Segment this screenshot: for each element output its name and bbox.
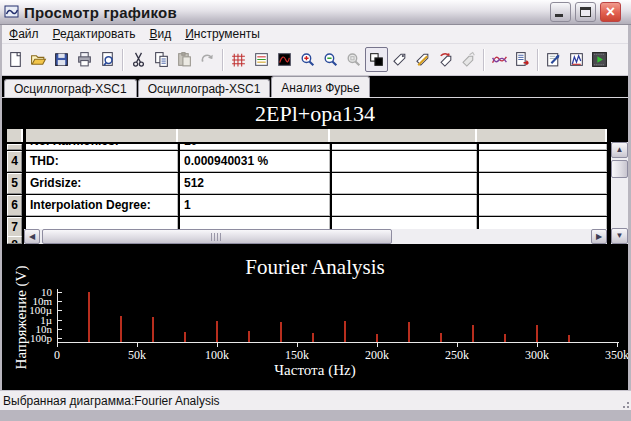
open-button[interactable] bbox=[27, 47, 50, 72]
paste-icon bbox=[176, 51, 193, 68]
column-header[interactable] bbox=[26, 129, 178, 142]
print-preview-button[interactable] bbox=[96, 47, 119, 72]
harmonic-bar bbox=[568, 335, 570, 342]
title-bar[interactable]: Просмотр графиков × bbox=[0, 0, 631, 25]
toggle-grid-button[interactable] bbox=[227, 47, 250, 72]
table-cell-value[interactable]: 0.000940031 % bbox=[180, 151, 330, 172]
undo-button[interactable] bbox=[196, 47, 219, 72]
menu-item[interactable]: Вид bbox=[142, 26, 178, 42]
v-scroll-thumb[interactable] bbox=[611, 160, 628, 178]
menu-item[interactable]: Инструменты bbox=[178, 26, 267, 42]
menu-item[interactable]: Файл bbox=[2, 26, 46, 42]
table-cell-property[interactable]: THD: bbox=[26, 151, 178, 172]
row-number[interactable]: 4 bbox=[7, 151, 22, 172]
x-tick-label: 350k bbox=[597, 349, 628, 361]
table-cell-empty[interactable] bbox=[479, 173, 607, 194]
row-number[interactable]: 7 bbox=[7, 217, 22, 238]
minimize-button[interactable] bbox=[550, 2, 571, 22]
row-number[interactable]: 8 bbox=[7, 236, 22, 244]
table-cell-empty[interactable] bbox=[479, 144, 607, 150]
open-folder-icon bbox=[30, 51, 47, 68]
app-icon bbox=[4, 4, 20, 20]
tab-1[interactable]: Осциллограф-XSC1 bbox=[138, 79, 271, 97]
copy-button[interactable] bbox=[150, 47, 173, 72]
table-cell-empty[interactable] bbox=[332, 173, 477, 194]
menu-bar: ФайлРедактироватьВидИнструменты bbox=[2, 25, 628, 44]
overlay-traces-button[interactable] bbox=[488, 47, 511, 72]
export-graph-button[interactable] bbox=[565, 47, 588, 72]
row-number[interactable]: 6 bbox=[7, 195, 22, 216]
save-button[interactable] bbox=[50, 47, 73, 72]
toggle-legend-button[interactable] bbox=[250, 47, 273, 72]
tab-2[interactable]: Анализ Фурье bbox=[271, 76, 369, 97]
toolbar bbox=[2, 44, 628, 76]
fourier-chart: Fourier Analysis Напряжение (V) Частота … bbox=[2, 247, 628, 389]
graph-properties-button[interactable] bbox=[273, 47, 296, 72]
zoom-in-button[interactable] bbox=[296, 47, 319, 72]
table-cell-empty[interactable] bbox=[332, 151, 477, 172]
menu-item[interactable]: Редактировать bbox=[46, 26, 143, 42]
zoom-out-icon bbox=[322, 51, 339, 68]
x-tick bbox=[537, 342, 538, 347]
new-button[interactable] bbox=[4, 47, 27, 72]
table-cell-property[interactable]: Interpolation Degree: bbox=[26, 195, 178, 216]
h-scroll-left-button[interactable]: ◀ bbox=[24, 229, 40, 244]
maximize-button[interactable] bbox=[575, 2, 596, 22]
v-scroll-down-button[interactable]: ▼ bbox=[611, 228, 628, 244]
move-cursor-button[interactable] bbox=[434, 47, 457, 72]
table-cell-empty[interactable] bbox=[479, 195, 607, 216]
y-tick bbox=[57, 338, 62, 339]
v-scroll-up-button[interactable]: ▲ bbox=[611, 142, 628, 158]
close-button[interactable]: × bbox=[600, 2, 621, 22]
edit-cursor-button[interactable] bbox=[411, 47, 434, 72]
x-tick-label: 100k bbox=[197, 349, 237, 361]
table-cell-value[interactable]: 512 bbox=[180, 173, 330, 194]
paste-button[interactable] bbox=[173, 47, 196, 72]
row-number[interactable]: 3 bbox=[7, 144, 22, 150]
print-button[interactable] bbox=[73, 47, 96, 72]
x-tick-label: 50k bbox=[117, 349, 157, 361]
y-tick bbox=[57, 301, 62, 302]
table-cell-empty[interactable] bbox=[332, 144, 477, 150]
harmonic-bar bbox=[88, 292, 90, 342]
cut-button[interactable] bbox=[127, 47, 150, 72]
x-tick-label: 0 bbox=[37, 349, 77, 361]
x-tick bbox=[57, 342, 58, 347]
chart-title: Fourier Analysis bbox=[2, 255, 628, 280]
harmonic-bar bbox=[280, 322, 282, 342]
show-cursors-button[interactable] bbox=[388, 47, 411, 72]
table-cell-empty[interactable] bbox=[332, 195, 477, 216]
new-page-icon bbox=[7, 51, 24, 68]
column-header[interactable] bbox=[178, 129, 330, 142]
toolbar-separator bbox=[222, 49, 224, 71]
table-cell-property[interactable]: No. Harmonics: bbox=[26, 144, 178, 150]
x-tick bbox=[297, 342, 298, 347]
zoom-out-button[interactable] bbox=[319, 47, 342, 72]
column-header[interactable] bbox=[477, 129, 607, 142]
resize-grip[interactable] bbox=[617, 396, 629, 408]
export-excel-button[interactable] bbox=[542, 47, 565, 72]
x-tick bbox=[457, 342, 458, 347]
tab-0[interactable]: Осциллограф-XSC1 bbox=[4, 79, 137, 97]
table-cell-empty[interactable] bbox=[479, 151, 607, 172]
harmonic-bar bbox=[408, 322, 410, 342]
copy-icon bbox=[153, 51, 170, 68]
minimize-icon bbox=[555, 14, 563, 17]
table-cell-property[interactable]: Gridsize: bbox=[26, 173, 178, 194]
zoom-restore-button[interactable] bbox=[342, 47, 365, 72]
row-number[interactable]: 5 bbox=[7, 173, 22, 194]
invert-colors-button[interactable] bbox=[365, 47, 388, 72]
harmonic-bar bbox=[472, 325, 474, 342]
tab-strip: Осциллограф-XSC1Осциллограф-XSC1Анализ Ф… bbox=[2, 76, 628, 97]
h-scroll-right-button[interactable]: ▶ bbox=[591, 229, 607, 244]
page-setup-button[interactable] bbox=[511, 47, 534, 72]
h-scroll-thumb[interactable] bbox=[42, 229, 392, 244]
export-labview-button[interactable] bbox=[588, 47, 611, 72]
column-header[interactable] bbox=[330, 129, 477, 142]
harmonic-bar bbox=[344, 321, 346, 342]
table-cell-value[interactable]: 10 bbox=[180, 144, 330, 150]
grid-icon bbox=[230, 51, 247, 68]
edit-cursor-icon bbox=[414, 51, 431, 68]
table-cell-value[interactable]: 1 bbox=[180, 195, 330, 216]
add-cursor-button[interactable] bbox=[457, 47, 480, 72]
